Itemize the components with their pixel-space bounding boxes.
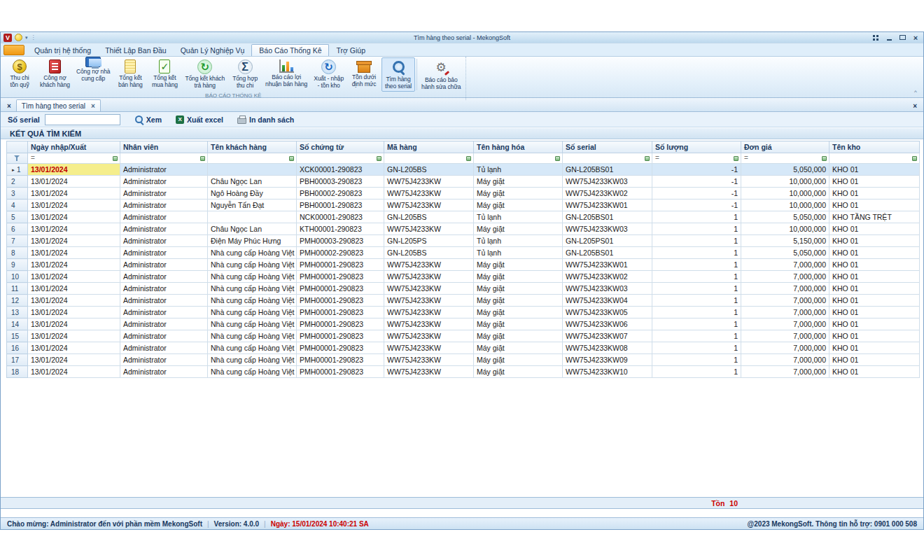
print-list-button[interactable]: In danh sách <box>237 115 294 124</box>
ribbon-button[interactable]: Tổng kết mua hàng <box>148 57 181 92</box>
window-options-icon[interactable] <box>871 34 881 42</box>
row-indicator: 18 <box>7 366 28 378</box>
cell-customer: Nhà cung cấp Hoàng Việt <box>208 295 297 307</box>
cell-warehouse: KHO 01 <box>830 200 920 211</box>
table-row[interactable]: 313/01/2024AdministratorNgô Hoàng ĐầyPBH… <box>7 188 920 200</box>
close-tab-icon[interactable]: × <box>91 102 95 110</box>
ribbon-button[interactable]: Tìm hàng theo serial <box>382 57 415 92</box>
menu-tab[interactable]: Quản trị hệ thống <box>27 45 98 56</box>
table-row[interactable]: 613/01/2024AdministratorChâu Ngọc LanKTH… <box>7 223 920 235</box>
minimize-button[interactable] <box>884 34 894 42</box>
export-excel-button[interactable]: X Xuất excel <box>176 115 223 124</box>
column-header[interactable]: Tên hàng hóa <box>474 141 563 153</box>
cell-doc: PMH00001-290823 <box>297 307 384 318</box>
filter-cell[interactable]: = <box>741 153 830 164</box>
table-row[interactable]: 213/01/2024AdministratorChâu Ngọc LanPBH… <box>7 176 920 188</box>
column-header[interactable]: Ngày nhập/Xuất <box>28 141 120 153</box>
table-row[interactable]: 913/01/2024AdministratorNhà cung cấp Hoà… <box>7 259 920 271</box>
menu-tab[interactable]: Báo Cáo Thống Kê <box>251 44 329 56</box>
column-header[interactable]: Tên kho <box>830 141 920 153</box>
filter-condition-icon[interactable] <box>645 156 650 161</box>
column-header[interactable]: Đơn giá <box>741 141 830 153</box>
table-row[interactable]: 813/01/2024AdministratorNhà cung cấp Hoà… <box>7 247 920 259</box>
close-document-icon-left[interactable]: × <box>4 102 15 111</box>
table-row[interactable]: 713/01/2024AdministratorĐiện Máy Phúc Hư… <box>7 235 920 247</box>
serial-input[interactable] <box>45 114 120 125</box>
filter-cell[interactable] <box>297 153 384 164</box>
ribbon-button[interactable]: Công nợ khách hàng <box>37 57 73 92</box>
collapse-ribbon-button[interactable]: ^ <box>911 88 920 96</box>
ribbon-button[interactable]: Thu chi tồn quỹ <box>3 57 36 92</box>
table-row[interactable]: 1513/01/2024AdministratorNhà cung cấp Ho… <box>7 330 920 342</box>
cell-code: WW75J4233KW <box>384 330 474 342</box>
ribbon-button-label: Tổng kết bán hàng <box>118 74 143 88</box>
filter-condition-icon[interactable] <box>822 156 827 161</box>
table-row[interactable]: 1813/01/2024AdministratorNhà cung cấp Ho… <box>7 366 920 378</box>
filter-condition-icon[interactable] <box>200 156 205 161</box>
filter-condition-icon[interactable] <box>466 156 471 161</box>
column-header[interactable]: Nhân viên <box>120 141 208 153</box>
table-row[interactable]: 1413/01/2024AdministratorNhà cung cấp Ho… <box>7 318 920 330</box>
table-row[interactable]: ►113/01/2024AdministratorXCK00001-290823… <box>7 164 920 176</box>
cell-staff: Administrator <box>120 366 208 378</box>
cell-qty: -1 <box>652 176 741 188</box>
filter-condition-icon[interactable] <box>289 156 294 161</box>
filter-cell[interactable] <box>474 153 563 164</box>
document-tab[interactable]: Tìm hàng theo serial × <box>16 99 101 111</box>
filter-cell[interactable]: = <box>652 153 741 164</box>
table-row[interactable]: 413/01/2024AdministratorNguyễn Tấn ĐạtPB… <box>7 200 920 211</box>
app-menu-button[interactable] <box>4 45 24 55</box>
filter-condition-icon[interactable] <box>377 156 382 161</box>
ribbon-button[interactable]: Tổng hợp thu chi <box>228 57 262 92</box>
table-row[interactable]: 1113/01/2024AdministratorNhà cung cấp Ho… <box>7 283 920 295</box>
close-document-icon-right[interactable]: × <box>909 102 920 111</box>
filter-condition-icon[interactable] <box>734 156 738 161</box>
cell-code: WW75J4233KW <box>384 200 474 211</box>
ribbon-button[interactable]: Công nợ nhà cung cấp <box>74 57 113 92</box>
table-row[interactable]: 1213/01/2024AdministratorNhà cung cấp Ho… <box>7 295 920 307</box>
menu-tab[interactable]: Thiết Lập Ban Đầu <box>98 45 174 56</box>
filter-cell[interactable] <box>384 153 474 164</box>
table-row[interactable]: 1313/01/2024AdministratorNhà cung cấp Ho… <box>7 307 920 318</box>
bar-chart-icon <box>279 59 294 73</box>
title-bar[interactable]: V ▾ ⋮ Tìm hàng theo serial - MekongSoft … <box>1 32 923 43</box>
cell-doc: PBH00003-290823 <box>297 176 384 188</box>
table-row[interactable]: 513/01/2024AdministratorNCK00001-290823G… <box>7 211 920 223</box>
cell-price: 10,000,000 <box>741 223 830 235</box>
filter-condition-icon[interactable] <box>912 156 917 161</box>
ribbon-button[interactable]: Báo cáo bảo hành sửa chữa <box>419 57 463 92</box>
filter-condition-icon[interactable] <box>113 156 118 161</box>
column-header[interactable]: Số lượng <box>652 141 741 153</box>
filter-cell[interactable] <box>120 153 208 164</box>
table-row[interactable]: 1613/01/2024AdministratorNhà cung cấp Ho… <box>7 342 920 354</box>
table-row[interactable]: 1713/01/2024AdministratorNhà cung cấp Ho… <box>7 354 920 366</box>
column-header[interactable]: Số chứng từ <box>297 141 384 153</box>
filter-cell[interactable] <box>830 153 920 164</box>
table-row[interactable]: 1013/01/2024AdministratorNhà cung cấp Ho… <box>7 271 920 283</box>
ribbon-button[interactable]: Tổng kết khách trả hàng <box>182 57 227 92</box>
cell-date: 13/01/2024 <box>28 188 120 200</box>
menu-tab[interactable]: Quản Lý Nghiệp Vụ <box>174 45 252 56</box>
maximize-button[interactable] <box>897 34 907 42</box>
filter-cell[interactable] <box>208 153 297 164</box>
chevron-down-icon[interactable]: ▾ <box>25 35 28 41</box>
ribbon-button[interactable]: Tồn dưới định mức <box>347 57 381 92</box>
filter-cell[interactable] <box>563 153 652 164</box>
cell-doc: PMH00001-290823 <box>297 283 384 295</box>
column-header[interactable]: Mã hàng <box>384 141 474 153</box>
cell-product: Tủ lạnh <box>474 247 563 259</box>
column-header[interactable]: Tên khách hàng <box>208 141 297 153</box>
close-button[interactable]: × <box>911 34 920 42</box>
customer-debt-icon <box>49 59 61 74</box>
status-separator: | <box>207 520 209 528</box>
ribbon-button-label: Tổng kết khách trả hàng <box>185 75 225 89</box>
filter-condition-icon[interactable] <box>555 156 560 161</box>
menu-tab[interactable]: Trợ Giúp <box>329 45 372 56</box>
view-button[interactable]: Xem <box>134 115 162 124</box>
ribbon-button[interactable]: Tổng kết bán hàng <box>113 57 147 92</box>
smiley-icon[interactable] <box>15 34 22 41</box>
filter-cell[interactable]: = <box>28 153 120 164</box>
ribbon-button[interactable]: Xuất - nhập - tồn kho <box>311 57 346 92</box>
column-header[interactable]: Số serial <box>563 141 652 153</box>
ribbon-button[interactable]: Báo cáo lợi nhuận bán hàng <box>262 57 310 92</box>
